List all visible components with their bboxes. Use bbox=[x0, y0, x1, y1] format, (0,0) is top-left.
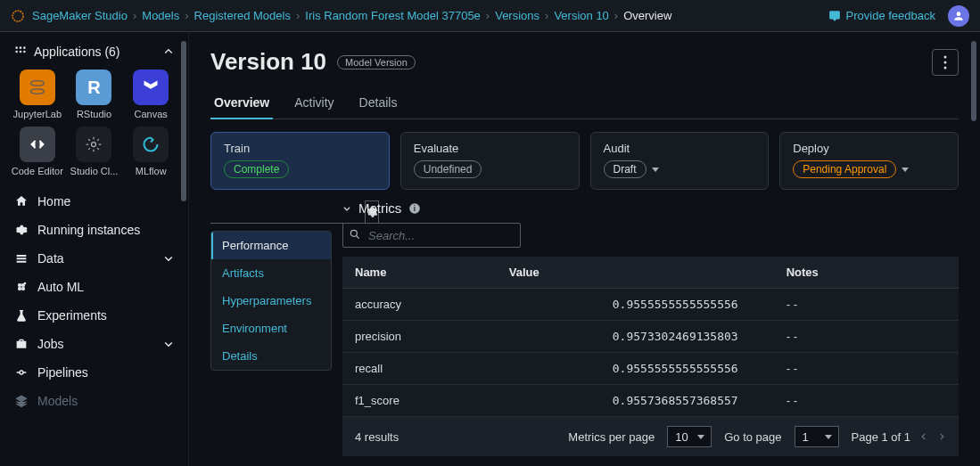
metric-name: accuracy bbox=[342, 289, 497, 321]
sidebar: Applications (6) JupyterLabRRStudioCanva… bbox=[0, 32, 189, 466]
applications-header[interactable]: Applications (6) bbox=[7, 41, 181, 68]
app-tile[interactable]: RRStudio bbox=[66, 68, 123, 121]
collapse-metrics-button[interactable] bbox=[342, 204, 351, 213]
search-icon bbox=[349, 228, 361, 241]
code-icon bbox=[20, 127, 55, 162]
svg-point-11 bbox=[20, 371, 23, 374]
breadcrumb-separator: › bbox=[133, 9, 136, 22]
stage-dropdown[interactable] bbox=[652, 168, 659, 172]
main-panel: Version 10 Model Version OverviewActivit… bbox=[189, 32, 980, 466]
breadcrumb-separator: › bbox=[614, 9, 618, 22]
stage-dropdown[interactable] bbox=[902, 168, 909, 172]
stage-card: EvaluateUndefined bbox=[400, 132, 580, 190]
main-tab[interactable]: Overview bbox=[210, 88, 273, 119]
sidebar-nav-item[interactable]: Pipelines bbox=[7, 358, 181, 387]
svg-point-8 bbox=[30, 89, 44, 94]
metric-notes: - - bbox=[774, 321, 959, 353]
goto-page-select[interactable]: 1 bbox=[795, 426, 839, 447]
nav-label: Auto ML bbox=[37, 280, 84, 294]
svg-point-0 bbox=[12, 11, 23, 21]
metrics-search-input[interactable] bbox=[342, 223, 521, 248]
metric-name: recall bbox=[342, 353, 497, 385]
table-row: recall0.9555555555555556- - bbox=[342, 353, 959, 385]
apps-header-label: Applications (6) bbox=[34, 45, 120, 59]
breadcrumb-item[interactable]: SageMaker Studio bbox=[32, 9, 128, 22]
nav-label: Pipelines bbox=[37, 365, 88, 380]
status-badge: Pending Approval bbox=[793, 160, 896, 178]
user-avatar[interactable] bbox=[948, 5, 969, 27]
breadcrumb-item[interactable]: Iris Random Forest Model 37705e bbox=[305, 9, 481, 22]
prev-page-button[interactable] bbox=[919, 431, 928, 442]
app-tile[interactable]: JupyterLab bbox=[9, 68, 66, 121]
metric-notes: - - bbox=[774, 353, 959, 385]
breadcrumb-item[interactable]: Version 10 bbox=[554, 9, 608, 22]
chevron-down-icon bbox=[342, 204, 351, 213]
sidebar-nav-item[interactable]: Data bbox=[7, 244, 181, 273]
breadcrumb-separator: › bbox=[296, 9, 300, 22]
app-tile[interactable]: Studio Cl... bbox=[66, 125, 123, 178]
svg-point-3 bbox=[23, 46, 26, 49]
breadcrumb-item[interactable]: Versions bbox=[495, 9, 539, 22]
sidebar-nav-item[interactable]: Experiments bbox=[7, 301, 181, 330]
flask-icon bbox=[14, 308, 29, 323]
performance-subtab[interactable]: Artifacts bbox=[211, 259, 331, 287]
breadcrumb-item[interactable]: Models bbox=[142, 9, 179, 22]
performance-subtab[interactable]: Performance bbox=[211, 232, 331, 259]
per-page-select[interactable]: 10 bbox=[667, 426, 712, 447]
svg-point-5 bbox=[20, 51, 22, 53]
canvas-icon bbox=[133, 69, 169, 105]
breadcrumb-item[interactable]: Registered Models bbox=[194, 9, 291, 22]
app-tile[interactable]: Code Editor bbox=[9, 125, 66, 178]
stage-card: TrainComplete bbox=[210, 132, 390, 190]
sidebar-nav-item[interactable]: Running instances bbox=[7, 216, 181, 244]
mlflow-icon bbox=[133, 127, 169, 162]
metric-name: f1_score bbox=[342, 385, 497, 417]
gear-icon bbox=[14, 223, 29, 237]
nav-label: Home bbox=[37, 194, 70, 208]
table-header-row: Name Value Notes bbox=[342, 257, 959, 289]
sidebar-nav-item[interactable]: Models bbox=[7, 387, 181, 415]
kebab-icon bbox=[943, 55, 947, 69]
actions-menu-button[interactable] bbox=[932, 49, 959, 76]
svg-point-4 bbox=[15, 51, 18, 53]
stage-card: AuditDraft bbox=[590, 132, 770, 190]
subtab-filter-input[interactable] bbox=[210, 200, 361, 224]
sidebar-nav-item[interactable]: Auto ML bbox=[7, 273, 181, 301]
status-badge: Complete bbox=[224, 160, 289, 178]
app-tile[interactable]: MLflow bbox=[122, 125, 179, 178]
metric-value: 0.9555555555555556 bbox=[497, 353, 774, 385]
sidebar-nav-item[interactable]: Jobs bbox=[7, 330, 181, 358]
performance-subtab[interactable]: Hyperparameters bbox=[211, 287, 331, 315]
metric-value: 0.9573302469135803 bbox=[497, 321, 774, 353]
status-badge: Undefined bbox=[414, 160, 482, 178]
nav-label: Experiments bbox=[37, 308, 107, 323]
sidebar-nav-item[interactable]: Home bbox=[7, 187, 181, 216]
sidebar-scrollbar[interactable] bbox=[181, 41, 186, 201]
stage-cards: TrainCompleteEvaluateUndefinedAuditDraft… bbox=[210, 132, 959, 190]
app-tile-label: Code Editor bbox=[12, 166, 63, 176]
svg-line-18 bbox=[357, 236, 359, 239]
apps-grid-icon bbox=[14, 45, 27, 58]
app-tile[interactable]: Canvas bbox=[122, 68, 179, 121]
user-icon bbox=[952, 10, 965, 22]
metric-notes: - - bbox=[774, 385, 959, 417]
nav-list: HomeRunning instancesDataAuto MLExperime… bbox=[7, 187, 181, 415]
app-tile-label: Canvas bbox=[135, 109, 168, 119]
performance-subtab[interactable]: Environment bbox=[211, 315, 331, 342]
metric-notes: - - bbox=[774, 289, 959, 321]
metrics-tbody: accuracy0.9555555555555556- -precision0.… bbox=[342, 289, 959, 417]
automl-icon bbox=[14, 280, 29, 294]
provide-feedback-link[interactable]: Provide feedback bbox=[828, 9, 935, 22]
svg-point-13 bbox=[944, 61, 947, 63]
next-page-button[interactable] bbox=[937, 431, 946, 442]
main-tab[interactable]: Activity bbox=[291, 88, 337, 119]
pipeline-icon bbox=[14, 365, 29, 380]
chevron-down-icon bbox=[163, 253, 174, 264]
main-scrollbar[interactable] bbox=[971, 41, 976, 121]
performance-subtab[interactable]: Details bbox=[211, 342, 331, 370]
sagemaker-logo-icon bbox=[11, 9, 25, 23]
info-icon[interactable]: i bbox=[408, 202, 421, 215]
stage-title: Evaluate bbox=[414, 142, 566, 155]
col-name: Name bbox=[342, 257, 497, 289]
main-tab[interactable]: Details bbox=[356, 88, 401, 119]
